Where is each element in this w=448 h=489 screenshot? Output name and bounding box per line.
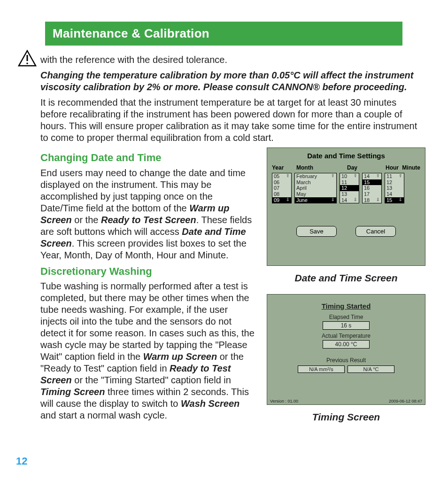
prev-mm2s: N/A mm²/s: [298, 365, 345, 373]
text: . This screen provides list boxes to set…: [40, 238, 247, 260]
screen-ref: Warm up Screen: [143, 351, 217, 362]
date-time-screen: Date and Time Settings Year Month Day Ho…: [267, 147, 425, 266]
actual-temp-label: Actual Temperature: [272, 333, 420, 339]
intro-line: with the reference with the desired tole…: [40, 54, 425, 66]
page-title: Maintenance & Calibration: [53, 26, 395, 41]
page-number: 12: [16, 455, 27, 467]
year-listbox[interactable]: 05⇧06070809⇩: [272, 173, 292, 203]
subheading-discretionary-washing: Discretionary Washing: [40, 265, 255, 278]
footer-datetime: 2009-06-12 08:47: [389, 399, 422, 404]
section-header: Maintenance & Calibration: [45, 22, 402, 46]
hour-listbox[interactable]: 14⇧15161718⇩: [362, 173, 382, 203]
hazard-icon: [18, 50, 37, 69]
day-listbox[interactable]: 10⇧11121314⇩: [340, 173, 359, 203]
changing-paragraph: End users may need to change the date an…: [40, 167, 255, 261]
elapsed-value: 16 s: [323, 321, 370, 330]
header-day: Day: [347, 164, 372, 171]
screen-ref: Wash Screen: [181, 398, 239, 409]
text: and start a normal wash cycle.: [40, 410, 167, 420]
elapsed-label: Elapsed Time: [272, 314, 420, 320]
actual-temp-value: 40.00 °C: [323, 340, 370, 349]
header-minute: Minute: [399, 164, 420, 171]
screen-ref: Ready to Test Screen: [101, 215, 196, 225]
prev-degc: N/A °C: [348, 365, 394, 373]
cancel-button[interactable]: Cancel: [355, 226, 396, 237]
text: Tube washing is normally performed after…: [40, 281, 255, 362]
timing-caption: Timing Screen: [312, 411, 380, 423]
month-listbox[interactable]: February⇧MarchAprilMayJune⇩: [294, 173, 337, 203]
previous-result-label: Previous Result: [272, 357, 420, 364]
dt-caption: Date and Time Screen: [294, 272, 397, 284]
dt-title: Date and Time Settings: [272, 152, 420, 160]
text: or the: [72, 215, 101, 225]
subheading-changing-date-time: Changing Date and Time: [40, 151, 255, 164]
timing-screen: Timing Started Elapsed Time 16 s Actual …: [267, 294, 425, 405]
recommendation-paragraph: It is recommended that the instrument te…: [40, 97, 425, 144]
screen-ref: Timing Screen: [40, 387, 105, 397]
warning-paragraph: Changing the temperature calibration by …: [40, 70, 425, 93]
header-month: Month: [296, 164, 347, 171]
timing-title: Timing Started: [272, 302, 420, 310]
header-hour: Hour: [372, 164, 399, 171]
discretionary-paragraph: Tube washing is normally performed after…: [40, 280, 255, 421]
version-text: Version : 01.00: [270, 399, 298, 404]
save-button[interactable]: Save: [296, 226, 337, 237]
dt-column-headers: Year Month Day Hour Minute: [272, 164, 420, 171]
text: or the "Timing Started" caption field in: [72, 375, 231, 385]
minute-listbox[interactable]: 11⇧12131415⇩: [385, 173, 404, 203]
header-year: Year: [272, 164, 296, 171]
svg-point-2: [26, 62, 28, 64]
